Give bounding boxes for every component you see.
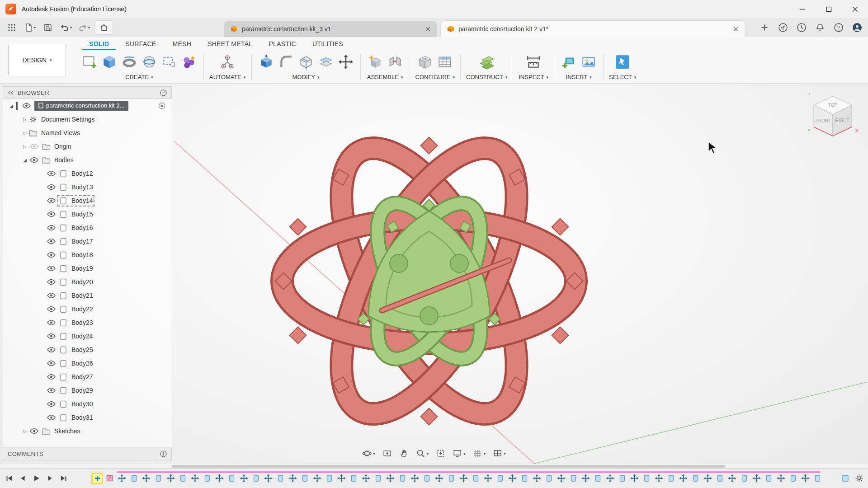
- select-tool-icon[interactable]: [613, 53, 632, 71]
- expand-icon[interactable]: ◢: [7, 103, 15, 108]
- browser-body-row[interactable]: Body14: [3, 194, 172, 207]
- expand-icon[interactable]: ▷: [21, 117, 29, 122]
- body-label[interactable]: Body29: [71, 387, 93, 394]
- measure-icon[interactable]: [524, 53, 542, 71]
- timeline-feature-body[interactable]: [325, 474, 334, 483]
- timeline-feature-move[interactable]: [264, 474, 273, 483]
- new-tab-icon[interactable]: [759, 22, 770, 33]
- browser-body-row[interactable]: Body16: [3, 221, 172, 235]
- sphere-primitive-icon[interactable]: [140, 53, 158, 71]
- grid-settings-icon[interactable]: ▾: [473, 449, 486, 458]
- timeline-feature-move[interactable]: [312, 474, 321, 483]
- timeline-feature-body[interactable]: [666, 474, 675, 483]
- visibility-eye-icon[interactable]: [46, 347, 56, 352]
- file-menu-icon[interactable]: ▾: [23, 20, 37, 35]
- timeline-feature-move[interactable]: [703, 474, 712, 483]
- timeline-feature-body[interactable]: [740, 474, 749, 483]
- job-status-icon[interactable]: [796, 22, 807, 33]
- tab-surface[interactable]: SURFACE: [118, 37, 163, 50]
- browser-body-row[interactable]: Body27: [3, 370, 172, 384]
- viewport-canvas[interactable]: Z TOP FRONT RIGHT X Y BROWSER ◢: [0, 84, 868, 464]
- timeline-feature-body[interactable]: [398, 474, 407, 483]
- comments-bar[interactable]: COMMENTS: [3, 447, 172, 460]
- look-at-icon[interactable]: [382, 449, 392, 458]
- configure-cube-icon[interactable]: [416, 53, 434, 71]
- visibility-eye-icon[interactable]: [46, 374, 56, 380]
- tab-sheet-metal[interactable]: SHEET METAL: [201, 37, 259, 50]
- timeline-feature-move[interactable]: [483, 474, 492, 483]
- timeline-feature-body[interactable]: [788, 474, 797, 483]
- timeline-feature-body[interactable]: [276, 474, 285, 483]
- visibility-eye-icon[interactable]: [46, 266, 56, 271]
- timeline-feature-move[interactable]: [679, 474, 688, 483]
- timeline-feature-move[interactable]: [752, 474, 761, 483]
- timeline-feature-body[interactable]: [569, 474, 578, 483]
- timeline-feature-body[interactable]: [691, 474, 700, 483]
- visibility-eye-icon[interactable]: [46, 361, 56, 366]
- configure-menu[interactable]: CONFIGURE▾: [415, 74, 455, 80]
- visibility-eye-icon[interactable]: [29, 428, 39, 434]
- expand-icon[interactable]: ▷: [21, 429, 29, 434]
- parametric-model[interactable]: [275, 123, 583, 440]
- insert-menu[interactable]: INSERT▾: [566, 74, 592, 80]
- visibility-eye-icon[interactable]: [46, 225, 56, 230]
- timeline-feature-move[interactable]: [288, 474, 297, 483]
- body-label[interactable]: Body16: [71, 224, 93, 231]
- redo-icon[interactable]: ▾: [77, 20, 91, 35]
- timeline-feature-body[interactable]: [129, 474, 138, 483]
- timeline-feature-move[interactable]: [557, 474, 566, 483]
- shell-icon[interactable]: [297, 53, 315, 71]
- create-sketch-icon[interactable]: [80, 53, 99, 71]
- insert-derive-icon[interactable]: [560, 53, 578, 71]
- body-label[interactable]: Body23: [71, 319, 93, 326]
- body-label[interactable]: Body17: [71, 238, 93, 245]
- expand-icon[interactable]: ◢: [21, 158, 29, 163]
- pan-icon[interactable]: [399, 449, 409, 458]
- fit-view-icon[interactable]: [436, 449, 445, 458]
- select-menu[interactable]: SELECT▾: [609, 74, 636, 80]
- timeline-feature-move[interactable]: [581, 474, 590, 483]
- timeline-feature-body[interactable]: [251, 474, 260, 483]
- browser-body-row[interactable]: Body25: [3, 343, 172, 357]
- close-icon[interactable]: [842, 0, 868, 18]
- timeline-feature-body[interactable]: [349, 474, 358, 483]
- close-tab-icon[interactable]: [425, 27, 430, 32]
- timeline-feature-move[interactable]: [337, 474, 346, 483]
- create-menu[interactable]: CREATE▾: [125, 74, 153, 80]
- browser-item-named-views[interactable]: ▷ Named Views: [3, 126, 172, 140]
- body-label[interactable]: Body31: [71, 414, 93, 421]
- browser-body-row[interactable]: Body17: [3, 235, 172, 248]
- collapse-panel-icon[interactable]: [8, 90, 14, 95]
- automate-menu[interactable]: AUTOMATE▾: [209, 74, 246, 80]
- undo-icon[interactable]: ▾: [59, 20, 73, 35]
- timeline-feature-move[interactable]: [630, 474, 639, 483]
- extensions-icon[interactable]: [778, 22, 788, 33]
- body-label[interactable]: Body12: [71, 170, 93, 177]
- browser-body-row[interactable]: Body24: [3, 329, 172, 343]
- timeline-feature-move[interactable]: [215, 474, 224, 483]
- browser-body-row[interactable]: Body19: [3, 262, 172, 275]
- minimize-icon[interactable]: [789, 0, 816, 18]
- timeline-feature-body[interactable]: [300, 474, 309, 483]
- modify-menu[interactable]: MODIFY▾: [292, 74, 320, 80]
- timeline-feature-move[interactable]: [654, 474, 663, 483]
- visibility-eye-icon[interactable]: [46, 401, 56, 407]
- timeline-feature-body[interactable]: [593, 474, 602, 483]
- timeline-feature-body[interactable]: [764, 474, 773, 483]
- timeline-feature-move[interactable]: [239, 474, 248, 483]
- timeline-feature-move[interactable]: [459, 474, 468, 483]
- joint-icon[interactable]: [386, 53, 404, 71]
- visibility-eye-icon[interactable]: [46, 320, 56, 325]
- visibility-eye-icon[interactable]: [46, 198, 56, 203]
- timeline-feature-move[interactable]: [532, 474, 541, 483]
- body-label[interactable]: Body27: [71, 373, 93, 380]
- body-label[interactable]: Body25: [71, 346, 93, 353]
- timeline-feature-move[interactable]: [605, 474, 614, 483]
- browser-root-item[interactable]: ◢ parametric consrtuction kit 2...: [3, 99, 172, 113]
- viewports-icon[interactable]: ▾: [493, 449, 506, 458]
- timeline-feature-move[interactable]: [166, 474, 175, 483]
- timeline-feature-body[interactable]: [178, 474, 187, 483]
- browser-body-row[interactable]: Body30: [3, 397, 172, 411]
- timeline-feature-sketch[interactable]: [105, 474, 114, 483]
- new-component-icon[interactable]: [366, 53, 384, 71]
